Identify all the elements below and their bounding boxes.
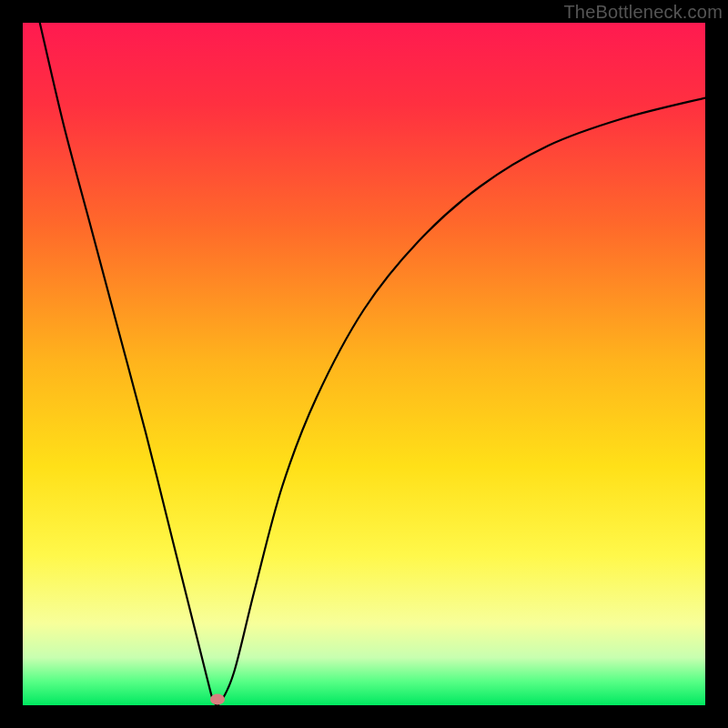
minimum-marker: [210, 694, 225, 705]
curve-layer: [23, 23, 705, 705]
bottleneck-curve: [40, 23, 705, 705]
plot-area: [23, 23, 705, 705]
watermark-text: TheBottleneck.com: [563, 2, 723, 23]
chart-frame: TheBottleneck.com: [0, 0, 728, 728]
